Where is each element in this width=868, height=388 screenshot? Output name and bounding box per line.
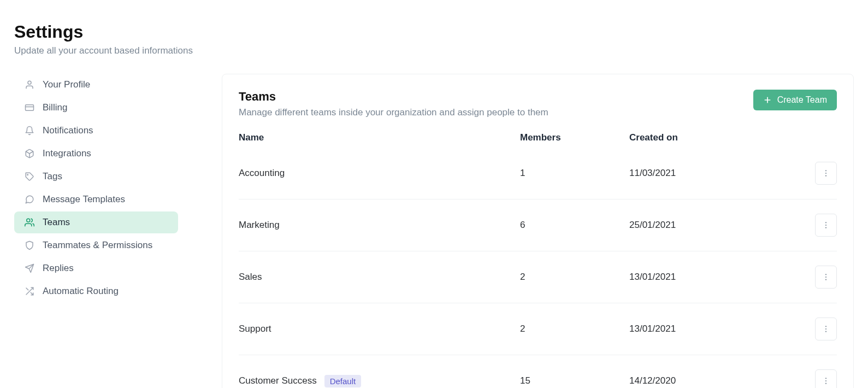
- user-icon: [24, 79, 35, 90]
- cell-members: 2: [520, 272, 629, 283]
- more-vertical-icon: [822, 273, 830, 281]
- tag-icon: [24, 171, 35, 182]
- svg-point-17: [825, 225, 826, 226]
- svg-point-19: [825, 274, 826, 275]
- panel-title: Teams: [239, 90, 548, 104]
- svg-point-4: [27, 174, 28, 175]
- sidebar-item-routing[interactable]: Automatic Routing: [14, 280, 178, 302]
- svg-point-27: [825, 383, 826, 384]
- page-subtitle: Update all your account based informatio…: [14, 45, 854, 56]
- table-row: Customer SuccessDefault1514/12/2020: [239, 355, 837, 388]
- sidebar-item-label: Billing: [43, 102, 67, 113]
- table-row: Marketing625/01/2021: [239, 199, 837, 251]
- sidebar-item-teams[interactable]: Teams: [14, 211, 178, 233]
- svg-rect-1: [26, 105, 34, 111]
- svg-point-14: [825, 173, 826, 174]
- more-vertical-icon: [822, 325, 830, 333]
- svg-point-25: [825, 378, 826, 379]
- table-row: Support213/01/2021: [239, 303, 837, 355]
- default-badge: Default: [324, 375, 362, 387]
- table-header: Name Members Created on: [239, 128, 837, 153]
- col-created: Created on: [629, 132, 804, 143]
- svg-line-10: [26, 288, 28, 290]
- cell-members: 6: [520, 220, 629, 231]
- svg-point-13: [825, 170, 826, 171]
- box-icon: [24, 148, 35, 159]
- col-name: Name: [239, 132, 520, 143]
- svg-point-23: [825, 328, 826, 330]
- teams-panel: Teams Manage different teams inside your…: [222, 74, 854, 388]
- panel-description: Manage different teams inside your organ…: [239, 107, 548, 118]
- sidebar-item-permissions[interactable]: Teammates & Permissions: [14, 234, 178, 256]
- cell-name: Customer SuccessDefault: [239, 375, 520, 387]
- svg-point-5: [27, 219, 30, 222]
- page-title: Settings: [14, 22, 854, 42]
- sidebar-item-label: Teammates & Permissions: [43, 240, 152, 251]
- team-name: Customer Success: [239, 375, 317, 386]
- svg-point-0: [28, 81, 31, 84]
- sidebar-item-label: Message Templates: [43, 194, 125, 205]
- row-more-button[interactable]: [815, 214, 837, 237]
- sidebar-item-message-templates[interactable]: Message Templates: [14, 189, 178, 210]
- page-header: Settings Update all your account based i…: [14, 22, 854, 56]
- team-name: Sales: [239, 272, 262, 283]
- sidebar-item-replies[interactable]: Replies: [14, 257, 178, 279]
- cell-name: Sales: [239, 272, 520, 283]
- sidebar-item-label: Your Profile: [43, 79, 90, 90]
- sidebar-item-label: Replies: [43, 263, 74, 274]
- cell-name: Marketing: [239, 220, 520, 231]
- svg-point-20: [825, 277, 826, 278]
- chat-icon: [24, 194, 35, 205]
- cell-created: 11/03/2021: [629, 168, 804, 179]
- card-icon: [24, 102, 35, 113]
- teams-table: Name Members Created on Accounting111/03…: [239, 128, 837, 388]
- cell-members: 1: [520, 168, 629, 179]
- svg-point-15: [825, 175, 826, 177]
- svg-point-26: [825, 380, 826, 381]
- team-name: Support: [239, 324, 271, 334]
- more-vertical-icon: [822, 377, 830, 385]
- sidebar-item-integrations[interactable]: Integrations: [14, 143, 178, 164]
- create-team-button[interactable]: Create Team: [753, 90, 837, 110]
- cell-created: 13/01/2021: [629, 324, 804, 334]
- row-more-button[interactable]: [815, 266, 837, 289]
- sidebar-item-billing[interactable]: Billing: [14, 97, 178, 119]
- team-name: Marketing: [239, 220, 280, 231]
- plus-icon: [763, 96, 772, 104]
- sidebar-item-label: Tags: [43, 171, 62, 182]
- users-icon: [24, 217, 35, 228]
- col-members: Members: [520, 132, 629, 143]
- sidebar-item-profile[interactable]: Your Profile: [14, 74, 178, 96]
- table-row: Accounting111/03/2021: [239, 153, 837, 199]
- cell-name: Support: [239, 324, 520, 334]
- sidebar-item-label: Teams: [43, 217, 70, 228]
- sidebar-item-label: Notifications: [43, 125, 93, 136]
- row-more-button[interactable]: [815, 318, 837, 340]
- shield-icon: [24, 240, 35, 251]
- svg-point-22: [825, 326, 826, 327]
- cell-created: 13/01/2021: [629, 272, 804, 283]
- row-more-button[interactable]: [815, 162, 837, 185]
- cell-created: 25/01/2021: [629, 220, 804, 231]
- send-icon: [24, 263, 35, 274]
- svg-point-18: [825, 227, 826, 228]
- panel-header: Teams Manage different teams inside your…: [239, 90, 837, 118]
- sidebar-item-notifications[interactable]: Notifications: [14, 120, 178, 142]
- shuffle-icon: [24, 286, 35, 297]
- more-vertical-icon: [822, 169, 830, 178]
- team-name: Accounting: [239, 168, 285, 179]
- cell-name: Accounting: [239, 168, 520, 179]
- create-team-label: Create Team: [777, 95, 827, 105]
- cell-members: 2: [520, 324, 629, 334]
- svg-point-16: [825, 222, 826, 223]
- svg-point-24: [825, 331, 826, 332]
- bell-icon: [24, 125, 35, 136]
- table-row: Sales213/01/2021: [239, 251, 837, 303]
- sidebar-item-tags[interactable]: Tags: [14, 166, 178, 187]
- row-more-button[interactable]: [815, 369, 837, 388]
- sidebar-item-label: Integrations: [43, 148, 91, 159]
- cell-created: 14/12/2020: [629, 375, 804, 386]
- cell-members: 15: [520, 375, 629, 386]
- svg-point-21: [825, 279, 826, 280]
- sidebar-item-label: Automatic Routing: [43, 286, 119, 297]
